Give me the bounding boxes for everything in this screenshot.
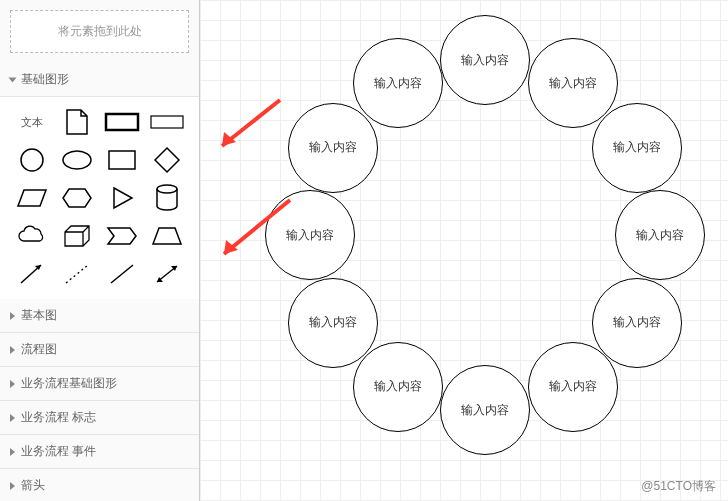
shape-cube[interactable] [57, 221, 96, 251]
section-label: 业务流程 标志 [21, 409, 96, 426]
shapes-palette: 文本 [0, 97, 199, 299]
ring-node[interactable]: 输入内容 [353, 342, 443, 432]
shape-page[interactable] [57, 107, 96, 137]
section-basic-diagram[interactable]: 基本图 [0, 299, 199, 333]
shape-parallelogram[interactable] [12, 183, 51, 213]
chevron-down-icon [9, 77, 17, 82]
shape-hexagon[interactable] [57, 183, 96, 213]
section-flowchart[interactable]: 流程图 [0, 333, 199, 367]
dropzone[interactable]: 将元素拖到此处 [10, 10, 189, 53]
shape-line-dotted[interactable] [57, 259, 96, 289]
ring-node[interactable]: 输入内容 [592, 103, 682, 193]
chevron-right-icon [10, 482, 15, 490]
svg-rect-4 [109, 151, 135, 169]
svg-line-7 [66, 265, 88, 283]
chevron-right-icon [10, 414, 15, 422]
chevron-right-icon [10, 448, 15, 456]
shape-step[interactable] [103, 221, 142, 251]
section-arrows[interactable]: 箭头 [0, 469, 199, 501]
ring-node[interactable]: 输入内容 [265, 190, 355, 280]
svg-point-5 [157, 185, 177, 193]
ring-node[interactable]: 输入内容 [528, 342, 618, 432]
ring-node[interactable]: 输入内容 [528, 38, 618, 128]
shape-cylinder[interactable] [148, 183, 187, 213]
svg-rect-0 [106, 114, 138, 130]
ring-node[interactable]: 输入内容 [592, 278, 682, 368]
svg-point-3 [63, 151, 91, 169]
circle-ring: 输入内容输入内容输入内容输入内容输入内容输入内容输入内容输入内容输入内容输入内容… [250, 0, 720, 470]
section-label: 基础图形 [21, 71, 69, 88]
shape-circle[interactable] [12, 145, 51, 175]
section-label: 业务流程基础图形 [21, 375, 117, 392]
shape-double-arrow[interactable] [148, 259, 187, 289]
ring-node[interactable]: 输入内容 [440, 365, 530, 455]
shape-diamond[interactable] [148, 145, 187, 175]
chevron-right-icon [10, 346, 15, 354]
ring-node[interactable]: 输入内容 [615, 190, 705, 280]
section-bpmn-shapes[interactable]: 业务流程基础图形 [0, 367, 199, 401]
shape-arrow-ne[interactable] [12, 259, 51, 289]
shape-line[interactable] [103, 259, 142, 289]
section-bpmn-events[interactable]: 业务流程 事件 [0, 435, 199, 469]
chevron-right-icon [10, 380, 15, 388]
watermark: @51CTO博客 [641, 478, 716, 495]
svg-rect-1 [151, 116, 183, 128]
ring-node[interactable]: 输入内容 [353, 38, 443, 128]
ring-node[interactable]: 输入内容 [288, 103, 378, 193]
ring-node[interactable]: 输入内容 [440, 15, 530, 105]
section-bpmn-markers[interactable]: 业务流程 标志 [0, 401, 199, 435]
section-basic-shapes[interactable]: 基础图形 [0, 63, 199, 97]
canvas[interactable]: 输入内容输入内容输入内容输入内容输入内容输入内容输入内容输入内容输入内容输入内容… [200, 0, 728, 501]
section-label: 业务流程 事件 [21, 443, 96, 460]
shape-triangle[interactable] [103, 183, 142, 213]
shape-trapezoid[interactable] [148, 221, 187, 251]
shape-text[interactable]: 文本 [12, 107, 51, 137]
shape-rect-thick[interactable] [103, 107, 142, 137]
sidebar: 将元素拖到此处 基础图形 文本 基本图 流程图 业务流程基础图 [0, 0, 200, 501]
shape-ellipse[interactable] [57, 145, 96, 175]
svg-line-8 [111, 265, 133, 283]
ring-node[interactable]: 输入内容 [288, 278, 378, 368]
shape-rect-thin[interactable] [148, 107, 187, 137]
shape-square[interactable] [103, 145, 142, 175]
shape-cloud[interactable] [12, 221, 51, 251]
section-label: 基本图 [21, 307, 57, 324]
svg-point-2 [21, 149, 43, 171]
section-label: 流程图 [21, 341, 57, 358]
section-label: 箭头 [21, 477, 45, 494]
chevron-right-icon [10, 312, 15, 320]
